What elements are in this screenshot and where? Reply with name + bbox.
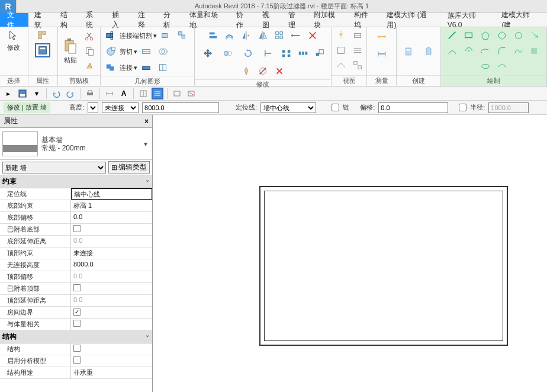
rotate-icon[interactable]	[239, 44, 258, 63]
move-icon[interactable]	[198, 44, 217, 63]
property-value[interactable]: 0.0	[71, 295, 152, 306]
close-icon[interactable]: ×	[144, 117, 149, 126]
height-value-input[interactable]	[142, 102, 219, 113]
offset-icon[interactable]	[222, 28, 237, 43]
chain-checkbox[interactable]	[332, 104, 339, 111]
qat-new-icon[interactable]: ▸	[2, 88, 14, 99]
edit-type-button[interactable]: ⊞编辑类型	[108, 161, 150, 173]
match-icon[interactable]	[82, 59, 98, 73]
property-row[interactable]: 房间边界	[0, 307, 152, 319]
create-b-icon[interactable]	[419, 37, 438, 66]
trim-icon[interactable]	[259, 44, 278, 63]
array-icon[interactable]	[295, 46, 311, 60]
split-grid-icon[interactable]	[272, 28, 287, 43]
qat-dd-icon[interactable]: ▾	[31, 88, 43, 99]
qat-undo-icon[interactable]	[50, 88, 62, 99]
offset-input[interactable]	[378, 102, 448, 113]
geom-e-icon[interactable]	[139, 60, 154, 75]
select-arrow-icon[interactable]	[6, 28, 21, 43]
property-row[interactable]: 结构用途非承重	[0, 367, 152, 379]
view-f-icon[interactable]	[350, 58, 365, 72]
property-row[interactable]: 与体量相关	[0, 319, 152, 330]
menu-item[interactable]: 结构	[54, 13, 81, 27]
split-a-icon[interactable]	[279, 46, 294, 60]
delete-icon[interactable]	[272, 64, 287, 78]
menu-item[interactable]: 族库大师V6.0	[442, 13, 496, 27]
instance-prop-icon[interactable]	[35, 43, 50, 57]
property-value[interactable]: 标高 1	[71, 200, 152, 211]
property-row[interactable]: 已附着顶部	[0, 283, 152, 295]
property-row[interactable]: 顶部约束未连接	[0, 248, 152, 259]
group-structure[interactable]: 结构⌄	[0, 330, 152, 343]
property-value[interactable]	[71, 343, 152, 355]
view-d-icon[interactable]	[350, 43, 365, 57]
menu-item[interactable]: 附加模块	[308, 13, 347, 27]
qat-thin-icon[interactable]	[137, 88, 149, 99]
property-value[interactable]	[71, 355, 152, 367]
draw-spline-icon[interactable]	[511, 44, 526, 58]
draw-ellipse-icon[interactable]	[478, 59, 493, 73]
property-value[interactable]: 0.0	[71, 212, 152, 223]
ext-a-icon[interactable]	[288, 28, 304, 43]
property-value[interactable]	[71, 319, 152, 330]
menu-item[interactable]: 协作	[230, 13, 256, 27]
geom-f-icon[interactable]	[155, 60, 170, 75]
geom-c-icon[interactable]	[139, 44, 154, 59]
menu-item[interactable]: 体量和场地	[184, 13, 230, 27]
height-link-select[interactable]: 未连接	[102, 102, 139, 113]
view-b-icon[interactable]	[350, 28, 365, 43]
menu-item[interactable]: 建模大师 (建	[495, 13, 547, 27]
qat-active-icon[interactable]	[152, 88, 163, 99]
unpin-icon[interactable]	[255, 64, 271, 78]
draw-poly-icon[interactable]	[478, 28, 493, 43]
ext-b-icon[interactable]	[305, 28, 320, 43]
view-c-icon[interactable]	[333, 43, 349, 57]
menu-item[interactable]: 系统	[80, 13, 106, 27]
property-row[interactable]: 顶部偏移0.0	[0, 271, 152, 283]
chevron-down-icon[interactable]: ▾	[141, 140, 150, 148]
property-row[interactable]: 定位线墙中心线	[0, 188, 152, 200]
property-value[interactable]	[71, 224, 152, 235]
group-constraints[interactable]: 约束⌄	[0, 175, 152, 188]
property-row[interactable]: 底部延伸距离0.0	[0, 236, 152, 248]
geom-d-icon[interactable]	[155, 44, 170, 59]
geom-a-icon[interactable]	[158, 28, 173, 43]
draw-pick-icon[interactable]	[527, 28, 543, 43]
view-a-icon[interactable]	[333, 28, 349, 43]
type-selector[interactable]: 基本墙 常规 - 200mm ▾	[0, 128, 152, 160]
property-row[interactable]: 顶部延伸距离0.0	[0, 295, 152, 307]
menu-item[interactable]: 建筑	[28, 13, 54, 27]
radius-input[interactable]	[488, 102, 529, 113]
property-row[interactable]: 启用分析模型	[0, 355, 152, 367]
menu-item[interactable]: 分析	[157, 13, 184, 27]
property-value[interactable]: 8000.0	[71, 259, 152, 271]
cut-geom-icon[interactable]	[103, 44, 118, 59]
qat-window-icon[interactable]	[171, 88, 183, 99]
mirror-pick-icon[interactable]	[239, 28, 254, 43]
copy-icon[interactable]	[82, 44, 98, 59]
draw-arc2-icon[interactable]	[461, 44, 477, 58]
copy-move-icon[interactable]	[218, 44, 237, 63]
mirror-draw-icon[interactable]	[255, 28, 271, 43]
draw-arc1-icon[interactable]	[445, 44, 460, 58]
measure-icon[interactable]	[372, 28, 391, 45]
radius-checkbox[interactable]	[459, 104, 466, 111]
type-prop-icon[interactable]	[35, 28, 50, 43]
height-mode-select[interactable]: ▾	[88, 102, 98, 113]
property-row[interactable]: 结构	[0, 343, 152, 355]
menu-item[interactable]: 建模大师 (通用)	[381, 13, 441, 27]
create-a-icon[interactable]	[399, 37, 418, 66]
draw-arc3-icon[interactable]	[478, 44, 493, 58]
cope-icon[interactable]	[103, 28, 118, 43]
property-row[interactable]: 底部约束标高 1	[0, 200, 152, 212]
menu-item[interactable]: 构件坞	[348, 13, 381, 27]
geom-b-icon[interactable]	[175, 28, 190, 43]
draw-rect-icon[interactable]	[461, 28, 477, 43]
file-tab[interactable]: 文件	[0, 13, 28, 27]
property-row[interactable]: 已附着底部	[0, 224, 152, 236]
cut-icon[interactable]	[82, 30, 98, 44]
menu-item[interactable]: 插入	[106, 13, 132, 27]
qat-dim-icon[interactable]	[104, 88, 115, 99]
draw-pickface-icon[interactable]	[527, 44, 543, 58]
draw-line-icon[interactable]	[445, 28, 460, 43]
